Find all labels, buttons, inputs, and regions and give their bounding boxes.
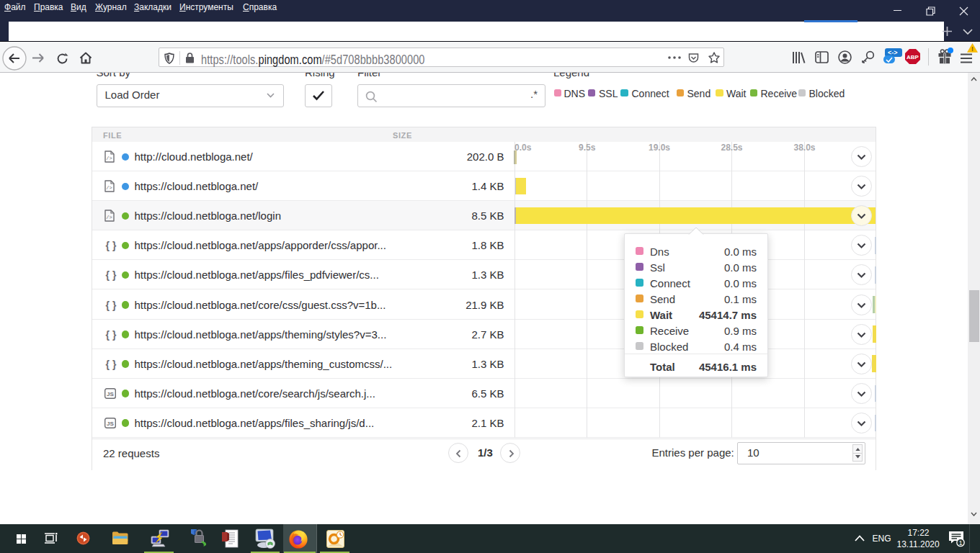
svg-text:JS: JS	[107, 391, 114, 397]
svg-text:/>: />	[106, 215, 112, 220]
svg-text:{ }: { }	[106, 299, 117, 310]
svg-text:/>: />	[106, 156, 112, 161]
svg-text:1: 1	[959, 539, 963, 547]
svg-text:{ }: { }	[106, 269, 117, 281]
svg-text:{ }: { }	[106, 358, 117, 369]
svg-text:JS: JS	[107, 421, 114, 427]
svg-text:{ }: { }	[106, 328, 117, 340]
svg-text:!: !	[971, 45, 974, 53]
svg-text:{ }: { }	[106, 240, 117, 251]
svg-text:ABP: ABP	[906, 54, 919, 60]
svg-text:/>: />	[106, 185, 112, 191]
